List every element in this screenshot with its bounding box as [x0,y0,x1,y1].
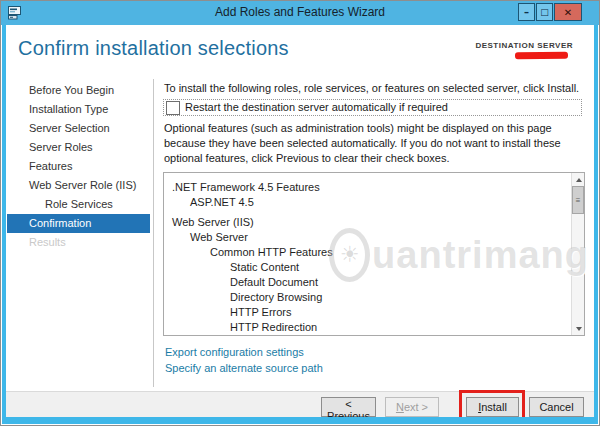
sidebar-divider [153,79,154,387]
selection-list-item: Web Server (IIS) [164,215,584,230]
sidebar-item-confirmation[interactable]: Confirmation [7,214,150,233]
minimize-button[interactable]: – [518,3,535,21]
selection-list-item: WebDAV Publishing [164,335,584,336]
restart-checkbox[interactable] [166,101,180,115]
selection-list-item: HTTP Redirection [164,320,584,335]
sidebar-item-results: Results [7,233,150,252]
cancel-button[interactable]: Cancel [529,397,584,417]
scroll-down-icon[interactable] [572,322,585,335]
instruction-text: To install the following roles, role ser… [164,82,584,94]
selection-list-item: ASP.NET 4.5 [164,195,584,210]
window-title: Add Roles and Features Wizard [1,5,599,19]
window-frame-left [2,25,6,424]
sidebar-item-web-server-role-iis[interactable]: Web Server Role (IIS) [7,176,150,195]
titlebar[interactable]: Add Roles and Features Wizard – □ ✕ [1,1,599,25]
export-configuration-link[interactable]: Export configuration settings [165,346,304,358]
wizard-window: Add Roles and Features Wizard – □ ✕ Conf… [0,0,600,426]
destination-server-label: DESTINATION SERVER [475,41,573,50]
sidebar-item-server-roles[interactable]: Server Roles [7,138,150,157]
close-button[interactable]: ✕ [554,3,582,21]
install-button[interactable]: Install [466,397,519,417]
maximize-button[interactable]: □ [536,3,553,21]
restart-checkbox-row[interactable]: Restart the destination server automatic… [163,99,582,116]
scroll-up-icon[interactable] [572,173,585,186]
destination-underline-annotation [515,52,568,59]
alternate-source-path-link[interactable]: Specify an alternate source path [165,362,323,374]
sidebar: Before You BeginInstallation TypeServer … [7,81,150,252]
sidebar-item-installation-type[interactable]: Installation Type [7,100,150,119]
previous-button[interactable]: < Previous [321,397,376,417]
selection-list-item: Directory Browsing [164,290,584,305]
window-frame-bottom [2,417,598,424]
selection-list-item: Static Content [164,260,584,275]
sidebar-item-features[interactable]: Features [7,157,150,176]
sidebar-item-before-you-begin[interactable]: Before You Begin [7,81,150,100]
selection-list: .NET Framework 4.5 FeaturesASP.NET 4.5We… [164,173,584,336]
selection-list-item: Web Server [164,230,584,245]
scrollbar[interactable]: ≡ [571,173,584,335]
sidebar-item-role-services[interactable]: Role Services [7,195,150,214]
selection-list-item: .NET Framework 4.5 Features [164,180,584,195]
selection-list-item: Common HTTP Features [164,245,584,260]
optional-features-note: Optional features (such as administratio… [164,121,578,166]
selection-list-item: HTTP Errors [164,305,584,320]
selection-list-item: Default Document [164,275,584,290]
sidebar-item-server-selection[interactable]: Server Selection [7,119,150,138]
window-frame-right [594,25,598,424]
page-title: Confirm installation selections [18,37,289,60]
scrollbar-thumb[interactable]: ≡ [572,186,584,214]
next-button: Next > [385,397,439,417]
selection-listbox[interactable]: .NET Framework 4.5 FeaturesASP.NET 4.5We… [163,172,585,336]
restart-checkbox-label[interactable]: Restart the destination server automatic… [185,101,448,113]
